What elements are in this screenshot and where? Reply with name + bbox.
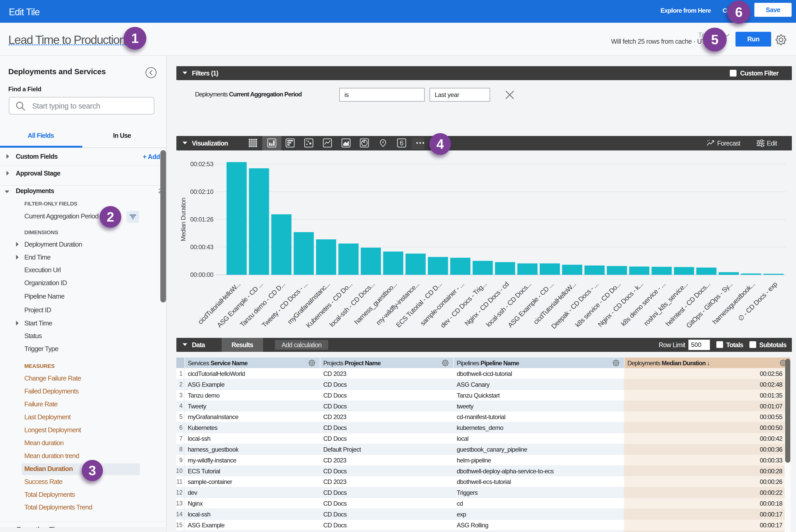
- svg-text:00:00:00: 00:00:00: [190, 271, 214, 278]
- svg-text:6: 6: [400, 139, 403, 147]
- svg-text:harness_guestboo...: harness_guestboo...: [353, 280, 399, 326]
- svg-text:my-wildfly-instance...: my-wildfly-instance...: [374, 280, 421, 326]
- svg-text:harnessguestbook...: harnessguestbook...: [711, 280, 756, 326]
- svg-text:cicdTutorialHelloW...: cicdTutorialHelloW...: [532, 280, 577, 326]
- svg-text:roshni_k8s_service...: roshni_k8s_service...: [642, 280, 689, 327]
- svg-text:00:02:10: 00:02:10: [190, 188, 214, 195]
- svg-text:sample-container - ...: sample-container - ...: [419, 280, 465, 327]
- svg-text:myGrafanaInstanc...: myGrafanaInstanc...: [286, 280, 331, 326]
- svg-text:00:02:53: 00:02:53: [190, 160, 214, 168]
- svg-text:cicdTutorialHelloW...: cicdTutorialHelloW...: [196, 280, 242, 326]
- svg-text:00:01:26: 00:01:26: [190, 216, 214, 223]
- svg-text:Nginx - CD Docs - cd: Nginx - CD Docs - cd: [463, 280, 511, 327]
- svg-text:∅ - CD Docs - exp: ∅ - CD Docs - exp: [737, 280, 779, 323]
- svg-text:Median Duration: Median Duration: [180, 198, 187, 242]
- svg-text:00:00:43: 00:00:43: [190, 244, 214, 250]
